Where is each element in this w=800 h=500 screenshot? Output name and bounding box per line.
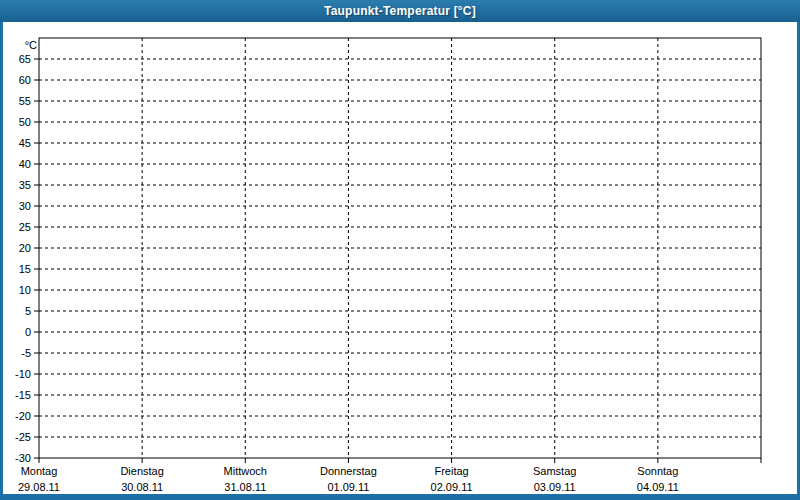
x-day-label: Freitag (434, 465, 468, 477)
y-tick-label: 60 (19, 74, 31, 86)
y-tick-label: 50 (19, 116, 31, 128)
x-date-label: 02.09.11 (431, 481, 473, 493)
x-date-label: 29.08.11 (18, 481, 60, 493)
y-tick-label: 30 (19, 200, 31, 212)
x-day-label: Dienstag (120, 465, 163, 477)
y-tick-label: -20 (15, 410, 31, 422)
y-tick-label: 20 (19, 242, 31, 254)
y-tick-label: -25 (15, 431, 31, 443)
x-date-label: 31.08.11 (224, 481, 266, 493)
x-day-label: Donnerstag (320, 465, 377, 477)
y-tick-label: 35 (19, 179, 31, 191)
y-tick-label: 0 (25, 326, 31, 338)
x-day-label: Samstag (533, 465, 576, 477)
chart-canvas: °C65605550454035302520151050-5-10-15-20-… (3, 22, 797, 494)
x-day-label: Mittwoch (224, 465, 267, 477)
x-date-label: 30.08.11 (121, 481, 163, 493)
y-tick-label: 65 (19, 53, 31, 65)
chart-area: °C65605550454035302520151050-5-10-15-20-… (3, 22, 797, 494)
y-tick-label: -15 (15, 389, 31, 401)
window-title-bar: Taupunkt-Temperatur [°C] (0, 0, 800, 22)
y-tick-label: 15 (19, 263, 31, 275)
y-tick-label: 10 (19, 284, 31, 296)
y-tick-label: 5 (25, 305, 31, 317)
y-tick-label: -10 (15, 368, 31, 380)
y-tick-label: 55 (19, 95, 31, 107)
x-date-label: 01.09.11 (327, 481, 369, 493)
chart-window: Taupunkt-Temperatur [°C] °C6560555045403… (0, 0, 800, 500)
x-date-label: 03.09.11 (534, 481, 576, 493)
x-date-label: 04.09.11 (637, 481, 679, 493)
y-tick-label: 40 (19, 158, 31, 170)
x-day-label: Montag (21, 465, 58, 477)
y-tick-label: 25 (19, 221, 31, 233)
window-title: Taupunkt-Temperatur [°C] (324, 4, 476, 18)
y-axis-unit-label: °C (25, 39, 37, 51)
y-tick-label: -30 (15, 452, 31, 464)
y-tick-label: 45 (19, 137, 31, 149)
y-tick-label: -5 (21, 347, 31, 359)
x-day-label: Sonntag (637, 465, 678, 477)
